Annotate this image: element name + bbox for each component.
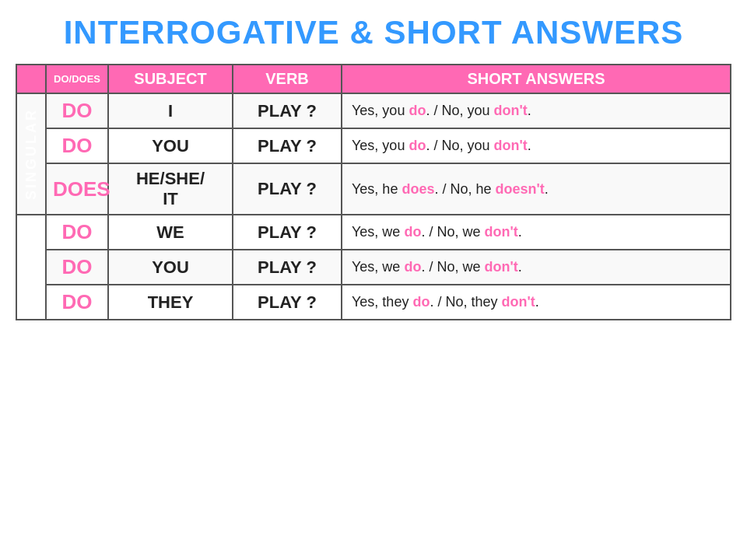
cell-answer-5: Yes, we do. / No, we don't. xyxy=(342,250,731,285)
highlight-do-6: do xyxy=(412,294,430,310)
highlight-dont-1: don't xyxy=(493,103,527,118)
cell-does-3: DOES xyxy=(46,163,108,215)
header-short-answers: SHORT ANSWERS xyxy=(342,65,731,93)
header-dodoes: DO/DOES xyxy=(46,65,108,93)
page-title: INTERROGATIVE & SHORT ANSWERS xyxy=(64,14,684,51)
highlight-dont-6: don't xyxy=(501,294,535,310)
table-row: PLURAL DO WE PLAY ? Yes, we do. / No, we… xyxy=(16,215,731,250)
table-row: DO THEY PLAY ? Yes, they do. / No, they … xyxy=(16,285,731,320)
cell-subject-4: WE xyxy=(108,215,233,250)
cell-answer-6: Yes, they do. / No, they don't. xyxy=(342,285,731,320)
main-table: DO/DOES SUBJECT VERB SHORT ANSWERS SINGU… xyxy=(16,64,731,320)
header-verb: VERB xyxy=(233,65,342,93)
cell-verb-3: PLAY ? xyxy=(233,163,342,215)
highlight-does-3: does xyxy=(402,181,434,197)
cell-verb-1: PLAY ? xyxy=(233,93,342,128)
cell-subject-6: THEY xyxy=(108,285,233,320)
highlight-do-2: do xyxy=(409,138,426,153)
cell-verb-6: PLAY ? xyxy=(233,285,342,320)
highlight-do-4: do xyxy=(404,224,421,240)
highlight-do-1: do xyxy=(409,103,426,118)
cell-verb-4: PLAY ? xyxy=(233,215,342,250)
cell-answer-4: Yes, we do. / No, we don't. xyxy=(342,215,731,250)
cell-answer-3: Yes, he does. / No, he doesn't. xyxy=(342,163,731,215)
highlight-do-5: do xyxy=(404,259,421,275)
table-row: DO YOU PLAY ? Yes, you do. / No, you don… xyxy=(16,128,731,163)
cell-answer-1: Yes, you do. / No, you don't. xyxy=(342,93,731,128)
cell-subject-3: HE/SHE/IT xyxy=(108,163,233,215)
singular-label: SINGULAR xyxy=(16,93,46,215)
cell-do-1: DO xyxy=(46,93,108,128)
cell-verb-5: PLAY ? xyxy=(233,250,342,285)
header-empty xyxy=(16,65,46,93)
header-subject: SUBJECT xyxy=(108,65,233,93)
cell-subject-2: YOU xyxy=(108,128,233,163)
table-row: DO YOU PLAY ? Yes, we do. / No, we don't… xyxy=(16,250,731,285)
cell-verb-2: PLAY ? xyxy=(233,128,342,163)
cell-do-2: DO xyxy=(46,128,108,163)
highlight-dont-2: don't xyxy=(493,138,527,153)
cell-do-5: DO xyxy=(46,250,108,285)
cell-answer-2: Yes, you do. / No, you don't. xyxy=(342,128,731,163)
highlight-dont-5: don't xyxy=(484,259,517,275)
cell-do-6: DO xyxy=(46,285,108,320)
highlight-doesnt-3: doesn't xyxy=(495,181,544,197)
cell-subject-1: I xyxy=(108,93,233,128)
highlight-dont-4: don't xyxy=(484,224,517,240)
table-row: DOES HE/SHE/IT PLAY ? Yes, he does. / No… xyxy=(16,163,731,215)
plural-label: PLURAL xyxy=(16,215,46,320)
table-row: SINGULAR DO I PLAY ? Yes, you do. / No, … xyxy=(16,93,731,128)
cell-subject-5: YOU xyxy=(108,250,233,285)
cell-do-4: DO xyxy=(46,215,108,250)
